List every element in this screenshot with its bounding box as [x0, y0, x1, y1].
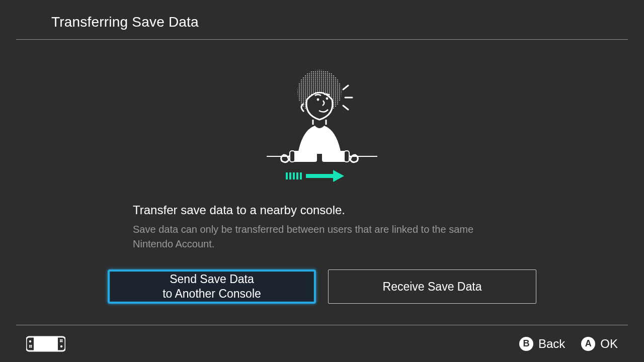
hint-back[interactable]: B Back: [519, 337, 565, 351]
header: Transferring Save Data: [16, 0, 628, 40]
svg-point-2: [317, 99, 319, 101]
hint-back-label: Back: [538, 337, 565, 351]
svg-point-18: [60, 345, 62, 347]
svg-rect-13: [306, 174, 333, 178]
main-content: Transfer save data to a nearby console. …: [0, 45, 644, 326]
svg-rect-26: [61, 341, 62, 342]
svg-line-4: [343, 85, 348, 89]
send-button-line2: to Another Console: [163, 287, 261, 301]
button-row: Send Save Data to Another Console Receiv…: [108, 269, 536, 304]
switch-handheld-icon: [26, 336, 65, 352]
svg-rect-23: [60, 339, 61, 340]
svg-rect-25: [60, 341, 61, 342]
footer: B Back A OK: [16, 325, 628, 362]
svg-rect-21: [29, 346, 30, 347]
send-save-data-button[interactable]: Send Save Data to Another Console: [108, 269, 316, 304]
headline-text: Transfer save data to a nearby console.: [133, 203, 511, 217]
svg-point-3: [326, 98, 329, 100]
hint-ok[interactable]: A OK: [581, 337, 618, 351]
svg-point-17: [29, 340, 31, 342]
description-block: Transfer save data to a nearby console. …: [133, 203, 511, 251]
b-button-icon: B: [519, 337, 533, 351]
svg-marker-14: [333, 170, 344, 182]
subtext: Save data can only be transferred betwee…: [133, 222, 511, 251]
send-button-line1: Send Save Data: [170, 272, 254, 287]
svg-rect-16: [34, 337, 58, 351]
receive-save-data-button[interactable]: Receive Save Data: [328, 269, 536, 304]
svg-rect-20: [31, 345, 32, 346]
transfer-arrow-icon: [286, 170, 344, 182]
person-holding-controllers-illustration: [267, 69, 377, 185]
svg-rect-10: [344, 151, 349, 162]
page-title: Transferring Save Data: [51, 14, 628, 30]
svg-rect-24: [61, 339, 62, 340]
svg-line-6: [343, 106, 348, 110]
hint-ok-label: OK: [600, 337, 618, 351]
svg-rect-19: [29, 345, 30, 346]
a-button-icon: A: [581, 337, 595, 351]
receive-button-label: Receive Save Data: [383, 280, 482, 294]
button-hints: B Back A OK: [519, 337, 618, 351]
svg-rect-8: [290, 151, 295, 162]
svg-rect-22: [31, 346, 32, 347]
